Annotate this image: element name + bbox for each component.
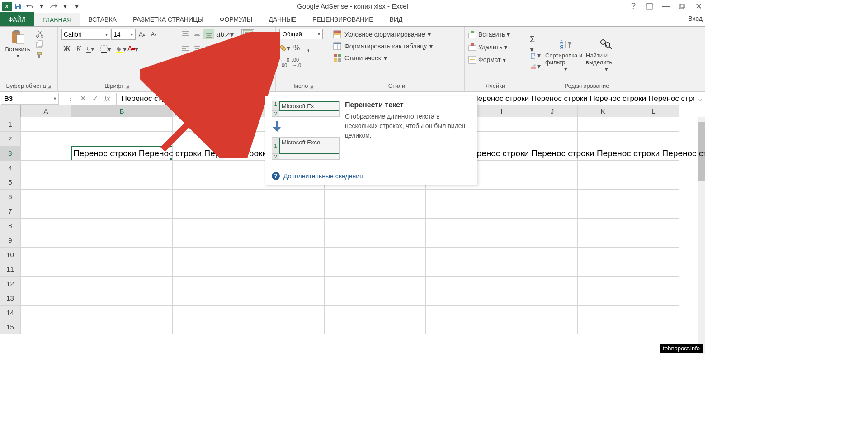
bold-button[interactable]: Ж — [61, 44, 72, 54]
number-format-select[interactable]: Общий▾ — [279, 29, 323, 39]
expand-formula-bar[interactable]: ⌄ — [694, 94, 705, 103]
col-header[interactable]: L — [628, 105, 679, 117]
tooltip-more-link[interactable]: ? Дополнительные сведения — [265, 167, 477, 185]
fill-button[interactable]: ▾ — [530, 51, 541, 61]
insert-cells-button[interactable]: Вставить ▾ — [468, 29, 510, 40]
borders-button[interactable]: ▾ — [100, 44, 111, 54]
undo-dropdown[interactable]: ▾ — [36, 1, 47, 12]
tab-data[interactable]: ДАННЫЕ — [260, 12, 304, 26]
col-header[interactable]: C — [173, 105, 223, 117]
undo-icon[interactable] — [24, 1, 35, 12]
autosum-button[interactable]: Σ ▾ — [530, 40, 541, 50]
cells-label: Ячейки — [468, 82, 522, 91]
orientation-button[interactable]: ab↗▾ — [220, 29, 231, 39]
tab-formulas[interactable]: ФОРМУЛЫ — [212, 12, 260, 26]
fx-insert-icon[interactable]: ⋮ — [66, 94, 74, 103]
align-left-icon[interactable] — [180, 44, 191, 54]
signin-link[interactable]: Вход — [688, 15, 703, 22]
delete-cells-button[interactable]: Удалить ▾ — [468, 41, 510, 53]
svg-rect-59 — [471, 31, 474, 33]
tab-review[interactable]: РЕЦЕНЗИРОВАНИЕ — [304, 12, 382, 26]
qat-customize[interactable]: ▾ — [71, 1, 82, 12]
excel-app-icon[interactable]: X — [2, 2, 12, 11]
row-header[interactable]: 1 — [0, 117, 21, 132]
name-box[interactable]: B3▾ — [1, 93, 59, 105]
italic-button[interactable]: К — [73, 44, 84, 54]
col-header[interactable]: K — [578, 105, 628, 117]
merge-center-button[interactable]: ▾ — [253, 44, 266, 54]
select-all-corner[interactable] — [0, 105, 21, 117]
enter-icon[interactable]: ✓ — [92, 94, 98, 103]
format-as-table-button[interactable]: Форматировать как таблицу ▾ — [333, 40, 433, 52]
close-button[interactable]: ✕ — [693, 1, 703, 11]
row-header[interactable]: 5 — [0, 175, 21, 190]
row-header[interactable]: 6 — [0, 190, 21, 204]
accounting-format-icon[interactable]: ▾ — [279, 43, 290, 53]
format-cells-button[interactable]: Формат ▾ — [468, 54, 510, 66]
minimize-button[interactable]: — — [661, 1, 671, 11]
col-header[interactable]: B — [71, 105, 173, 117]
svg-rect-49 — [334, 31, 341, 33]
decrease-decimal-icon[interactable]: .00→.0 — [291, 57, 302, 67]
fill-color-button[interactable]: ▾ — [116, 44, 127, 54]
align-center-icon[interactable] — [192, 44, 203, 54]
clear-button[interactable]: ▾ — [530, 62, 541, 72]
percent-format-icon[interactable]: % — [291, 43, 302, 53]
paste-button[interactable]: Вставить▾ — [4, 29, 32, 58]
conditional-formatting-button[interactable]: Условное форматирование ▾ — [333, 29, 433, 40]
col-header[interactable]: I — [476, 105, 527, 117]
decrease-font-icon[interactable]: A▾ — [148, 29, 159, 39]
increase-decimal-icon[interactable]: ←.0.00 — [279, 57, 290, 67]
align-middle-icon[interactable] — [192, 29, 203, 39]
format-painter-icon[interactable] — [34, 50, 45, 60]
font-color-button[interactable]: A▾ — [127, 44, 138, 54]
maximize-button[interactable] — [677, 1, 687, 11]
align-top-icon[interactable] — [180, 29, 191, 39]
row-header[interactable]: 9 — [0, 233, 21, 248]
row-header[interactable]: 10 — [0, 248, 21, 262]
row-header[interactable]: 3 — [0, 146, 21, 161]
row-header[interactable]: 4 — [0, 161, 21, 175]
tab-view[interactable]: ВИД — [382, 12, 411, 26]
sort-filter-button[interactable]: AЯ Сортировка и фильтр▾ — [545, 38, 586, 72]
save-icon[interactable] — [13, 1, 24, 12]
increase-font-icon[interactable]: A▴ — [137, 29, 147, 39]
help-button[interactable]: ? — [628, 1, 638, 11]
redo-dropdown[interactable]: ▾ — [60, 1, 71, 12]
tab-pagelayout[interactable]: РАЗМЕТКА СТРАНИЦЫ — [125, 12, 212, 26]
svg-rect-0 — [16, 4, 19, 6]
row-header[interactable]: 8 — [0, 219, 21, 233]
increase-indent-icon[interactable] — [231, 44, 242, 54]
row-header[interactable]: 13 — [0, 291, 21, 306]
copy-icon[interactable] — [34, 39, 45, 49]
font-size-select[interactable]: 14▾ — [111, 29, 136, 40]
col-header[interactable]: J — [527, 105, 578, 117]
underline-button[interactable]: Ч▾ — [85, 44, 96, 54]
align-right-icon[interactable] — [203, 44, 214, 54]
col-header[interactable]: A — [21, 105, 71, 117]
font-name-select[interactable]: Calibri▾ — [61, 29, 110, 40]
find-select-button[interactable]: Найти и выделить▾ — [586, 38, 627, 72]
redo-icon[interactable] — [48, 1, 59, 12]
cut-icon[interactable] — [34, 29, 45, 38]
row-header[interactable]: 2 — [0, 132, 21, 146]
ribbon-options-button[interactable] — [645, 1, 655, 11]
tab-file[interactable]: ФАЙЛ — [0, 12, 34, 26]
row-header[interactable]: 15 — [0, 320, 21, 334]
row-header[interactable]: 12 — [0, 277, 21, 291]
tab-insert[interactable]: ВСТАВКА — [80, 12, 125, 26]
wrap-text-button[interactable] — [241, 29, 254, 39]
align-bottom-icon[interactable] — [203, 29, 214, 39]
cell-styles-button[interactable]: Стили ячеек ▾ — [333, 52, 433, 64]
cancel-icon[interactable]: ✕ — [80, 94, 86, 103]
decrease-indent-icon[interactable] — [220, 44, 231, 54]
number-label: Число ◢ — [279, 82, 325, 91]
row-header[interactable]: 7 — [0, 204, 21, 219]
fx-icon[interactable]: fx — [104, 95, 110, 103]
row-header[interactable]: 11 — [0, 262, 21, 277]
tab-home[interactable]: ГЛАВНАЯ — [34, 13, 80, 27]
row-header[interactable]: 14 — [0, 306, 21, 320]
svg-rect-58 — [469, 33, 476, 38]
comma-format-icon[interactable]: , — [303, 43, 314, 53]
cell-B3[interactable]: Перенос строки Перенос строки Перенос ст… — [71, 146, 173, 161]
